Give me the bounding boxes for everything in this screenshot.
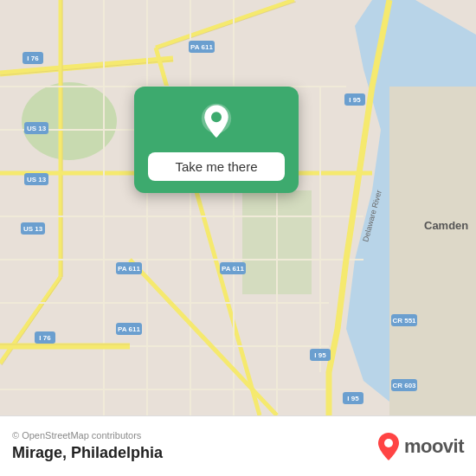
location-card[interactable]: Take me there xyxy=(134,87,299,193)
svg-text:PA 611: PA 611 xyxy=(118,265,140,273)
take-me-there-button[interactable]: Take me there xyxy=(148,152,285,181)
svg-text:US 13: US 13 xyxy=(27,176,47,183)
svg-text:I 76: I 76 xyxy=(27,55,39,62)
svg-text:PA 611: PA 611 xyxy=(118,325,140,333)
bottom-bar: © OpenStreetMap contributors Mirage, Phi… xyxy=(0,415,476,476)
svg-text:I 95: I 95 xyxy=(349,96,361,104)
svg-point-3 xyxy=(22,82,117,160)
svg-text:I 95: I 95 xyxy=(347,395,359,402)
svg-text:PA 611: PA 611 xyxy=(190,43,213,51)
bottom-left: © OpenStreetMap contributors Mirage, Phi… xyxy=(12,430,163,462)
moovit-pin-icon xyxy=(376,431,401,462)
svg-text:I 76: I 76 xyxy=(39,334,51,342)
location-pin-icon xyxy=(196,102,237,144)
moovit-logo: moovit xyxy=(376,431,464,462)
svg-point-62 xyxy=(211,112,222,122)
svg-text:US 13: US 13 xyxy=(27,125,47,132)
svg-point-63 xyxy=(384,439,393,447)
svg-text:PA 611: PA 611 xyxy=(222,265,244,273)
svg-text:CR 551: CR 551 xyxy=(392,317,416,325)
svg-text:CR 603: CR 603 xyxy=(392,382,416,389)
svg-text:I 95: I 95 xyxy=(314,351,326,359)
location-name: Mirage, Philadelphia xyxy=(12,444,163,462)
map-container: I 76 I 76 US 13 US 13 US 13 PA 611 PA 61… xyxy=(0,0,476,415)
svg-rect-2 xyxy=(389,87,476,415)
osm-credit: © OpenStreetMap contributors xyxy=(12,430,163,441)
svg-text:Camden: Camden xyxy=(424,219,468,232)
moovit-text: moovit xyxy=(404,435,464,458)
svg-text:US 13: US 13 xyxy=(23,225,43,233)
